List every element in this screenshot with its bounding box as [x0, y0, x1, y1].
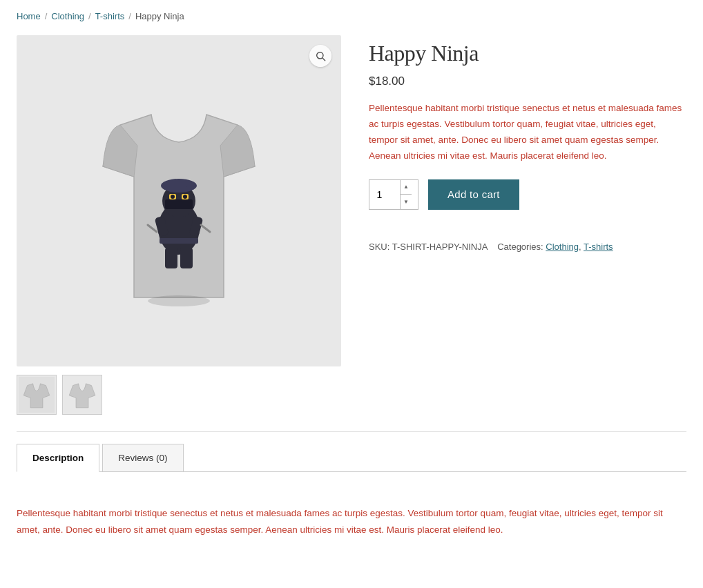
tabs-nav: Description Reviews (0) [17, 432, 686, 471]
breadcrumb-sep-1: / [45, 11, 48, 21]
svg-rect-17 [160, 238, 198, 244]
tab-reviews[interactable]: Reviews (0) [102, 444, 183, 472]
quantity-spinners: ▲ ▼ [400, 180, 412, 209]
cart-row: ▲ ▼ Add to cart [369, 179, 686, 210]
svg-line-1 [322, 58, 325, 61]
svg-point-18 [148, 295, 210, 306]
product-price: $18.00 [369, 75, 686, 88]
breadcrumb-sep-2: / [88, 11, 91, 21]
category-clothing[interactable]: Clothing [546, 242, 579, 252]
description-text: Pellentesque habitant morbi tristique se… [17, 505, 686, 538]
sku-label: SKU: [369, 242, 389, 252]
categories-label: Categories: [497, 242, 543, 252]
add-to-cart-button[interactable]: Add to cart [428, 179, 519, 210]
quantity-wrapper: ▲ ▼ [369, 179, 418, 210]
breadcrumb-current: Happy Ninja [135, 11, 184, 21]
product-images [17, 35, 341, 415]
product-layout: Happy Ninja $18.00 Pellentesque habitant… [17, 35, 686, 415]
product-info: Happy Ninja $18.00 Pellentesque habitant… [369, 35, 686, 252]
svg-point-12 [183, 195, 187, 199]
main-image [17, 35, 341, 366]
thumbnail-list [17, 375, 341, 415]
thumbnail-1[interactable] [17, 375, 57, 415]
tab-content-description: Pellentesque habitant morbi tristique se… [17, 489, 686, 546]
product-description: Pellentesque habitant morbi tristique se… [369, 101, 686, 164]
zoom-button[interactable] [309, 45, 331, 67]
svg-rect-4 [180, 248, 193, 268]
product-meta: SKU: T-SHIRT-HAPPY-NINJA Categories: Clo… [369, 229, 686, 252]
breadcrumb-clothing[interactable]: Clothing [51, 11, 84, 21]
tab-description[interactable]: Description [17, 444, 99, 472]
breadcrumb-home[interactable]: Home [17, 11, 41, 21]
svg-point-11 [171, 195, 175, 199]
breadcrumb-tshirts[interactable]: T-shirts [95, 11, 125, 21]
quantity-up[interactable]: ▲ [401, 180, 412, 195]
quantity-down[interactable]: ▼ [401, 194, 412, 209]
product-title: Happy Ninja [369, 41, 686, 66]
product-image-svg [82, 84, 276, 318]
breadcrumb-sep-3: / [128, 11, 131, 21]
quantity-input[interactable] [369, 180, 400, 209]
tabs-section: Description Reviews (0) Pellentesque hab… [17, 431, 686, 546]
category-tshirts[interactable]: T-shirts [584, 242, 613, 252]
svg-rect-8 [165, 199, 193, 209]
thumbnail-2[interactable] [62, 375, 102, 415]
svg-rect-3 [165, 248, 177, 268]
breadcrumb: Home / Clothing / T-shirts / Happy Ninja [17, 11, 686, 21]
svg-rect-7 [171, 180, 187, 188]
sku-value: T-SHIRT-HAPPY-NINJA [392, 242, 488, 252]
